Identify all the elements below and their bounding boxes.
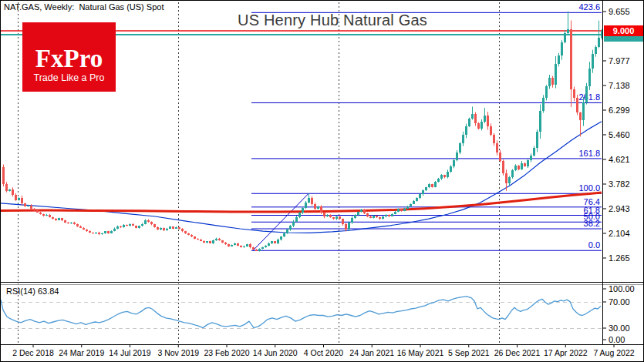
time-axis[interactable]: 2 Dec 201824 Mar 201914 Jul 20193 Nov 20…	[12, 345, 635, 357]
rsi-indicator-label: RSI(14) 63.84	[6, 287, 59, 296]
current-price-tag: 9.000	[604, 25, 643, 36]
price-axis-label: 5.460	[609, 130, 630, 139]
fibonacci-retracement: 423.6261.8161.8100.076.461.850.038.20.0	[251, 2, 602, 250]
fxpro-logo: FxPro Trade Like a Pro	[22, 22, 116, 92]
time-axis-label: 24 Mar 2019	[59, 348, 104, 357]
price-axis[interactable]: 9.6557.9777.1386.2995.4604.6213.7822.943…	[602, 7, 630, 263]
fib-level-label: 161.8	[578, 149, 600, 158]
chart-window: 423.6261.8161.8100.076.461.850.038.20.09…	[0, 0, 644, 362]
price-axis-label: 4.621	[609, 155, 630, 164]
time-axis-label: 3 Nov 2019	[157, 348, 199, 357]
time-axis-label: 2 Dec 2018	[12, 348, 54, 357]
rsi-axis-label: 0.00	[609, 335, 625, 344]
time-axis-label: 26 Dec 2021	[494, 348, 541, 357]
time-axis-label: 14 Jun 2020	[253, 348, 298, 357]
fxpro-logo-text: FxPro	[22, 47, 116, 70]
time-axis-label: 7 Aug 2022	[593, 348, 634, 357]
price-axis-label: 6.299	[609, 106, 630, 115]
time-axis-label: 23 Feb 2020	[204, 348, 250, 357]
time-axis-label: 14 Jul 2019	[109, 348, 150, 357]
fib-level-label: 0.0	[588, 240, 600, 250]
price-axis-label: 2.943	[609, 204, 630, 213]
rsi-axis[interactable]: 100.0070.0030.000.00	[602, 284, 635, 344]
time-axis-label: 16 May 2021	[397, 348, 444, 357]
price-axis-label: 1.265	[609, 253, 630, 263]
time-axis-label: 17 Apr 2022	[544, 348, 588, 357]
time-axis-label: 4 Oct 2020	[304, 348, 344, 357]
fib-level-label: 423.6	[578, 2, 600, 12]
rsi-panel	[1, 297, 602, 329]
fxpro-logo-tagline: Trade Like a Pro	[22, 72, 116, 83]
price-axis-label: 2.104	[609, 229, 630, 238]
rsi-axis-label: 100.00	[609, 284, 635, 293]
chart-heading: US Henry Hub Natural Gas	[186, 12, 479, 29]
rsi-line	[1, 297, 601, 328]
price-axis-label: 7.138	[609, 81, 630, 90]
fib-level-label: 100.0	[578, 183, 600, 193]
price-axis-label: 9.655	[609, 7, 630, 16]
rsi-axis-label: 30.00	[609, 323, 630, 333]
fib-level-label: 38.2	[584, 219, 600, 228]
price-axis-label: 3.782	[609, 179, 630, 189]
rsi-axis-label: 70.00	[609, 297, 630, 307]
price-axis-label: 7.977	[609, 56, 630, 65]
fib-level-label: 261.8	[578, 92, 600, 102]
chart-symbol-title: NAT.GAS, Weekly: Natural Gas (US) Spot	[4, 2, 164, 12]
ma-red-line	[1, 193, 602, 212]
time-axis-label: 5 Sep 2021	[448, 348, 490, 357]
time-axis-label: 24 Jan 2021	[349, 348, 394, 357]
